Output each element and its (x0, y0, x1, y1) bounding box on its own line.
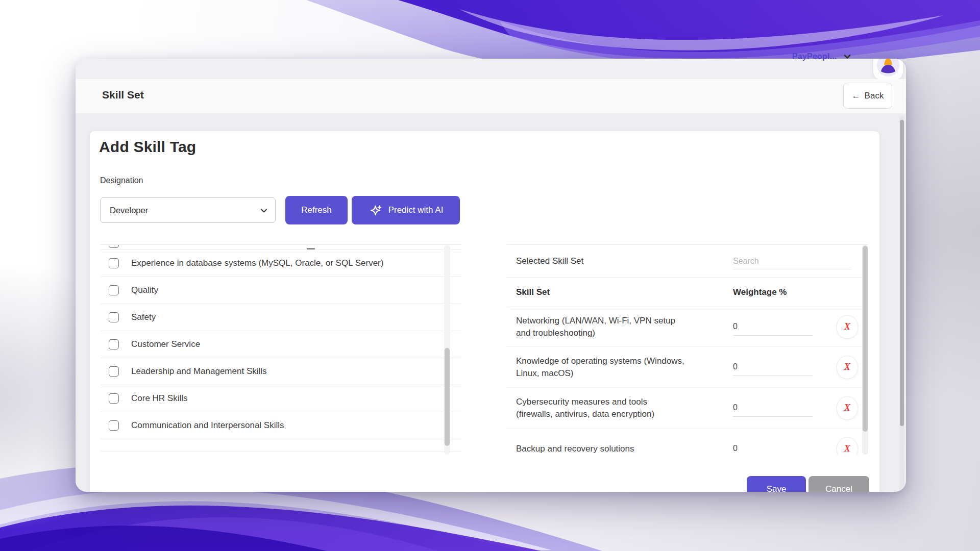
column-skill-set: Skill Set (516, 287, 550, 297)
back-label: Back (865, 91, 884, 101)
card-title: Add Skill Tag (99, 138, 196, 156)
skills-list: Experience in database systems (MySQL, O… (101, 244, 462, 455)
selected-skill-name: Networking (LAN/WAN, Wi-Fi, VPN setup an… (516, 315, 684, 339)
skill-list-item[interactable]: Quality (101, 277, 462, 304)
skill-checkbox-label: Experience in database systems (MySQL, O… (131, 258, 383, 268)
remove-skill-button[interactable]: X (837, 315, 858, 339)
skill-checkbox[interactable] (109, 312, 119, 322)
remove-x-label: X (844, 443, 850, 454)
skill-list-item-clipped (101, 245, 462, 250)
back-button[interactable]: ← Back (843, 83, 892, 109)
designation-select[interactable]: Developer (100, 197, 276, 223)
selected-skill-name: Backup and recovery solutions (516, 443, 684, 455)
skill-checkbox-label: Safety (131, 312, 156, 322)
remove-skill-button[interactable]: X (837, 396, 858, 420)
skill-checkbox-label: Communication and Interpersonal Skills (131, 420, 284, 431)
scrollbar-thumb[interactable] (445, 348, 450, 446)
skill-checkbox[interactable] (109, 285, 119, 295)
selected-skill-row: Knowledge of operating systems (Windows,… (507, 347, 868, 388)
remove-x-label: X (844, 362, 850, 372)
skill-checkbox-label: Core HR Skills (131, 393, 188, 404)
remove-x-label: X (844, 403, 850, 413)
skill-checkbox (109, 245, 119, 248)
save-button[interactable]: Save (747, 476, 806, 492)
skill-list-item[interactable]: Customer Service (101, 331, 462, 358)
skill-checkbox-label: Quality (131, 285, 158, 295)
save-label: Save (767, 484, 787, 492)
weightage-input[interactable] (733, 440, 813, 456)
column-weightage: Weightage % (733, 287, 787, 297)
skill-checkbox[interactable] (109, 258, 119, 268)
skill-list-item[interactable]: Core HR Skills (101, 385, 462, 412)
designation-value: Developer (110, 206, 148, 215)
page-title: Skill Set (102, 89, 144, 101)
window-scrollbar[interactable] (899, 116, 904, 492)
window-topbar (76, 59, 906, 79)
user-avatar[interactable] (877, 59, 899, 77)
selected-skill-row: Backup and recovery solutions X (507, 429, 868, 455)
skill-checkbox[interactable] (109, 366, 119, 377)
cancel-label: Cancel (825, 484, 852, 492)
selected-panel-title: Selected Skill Set (516, 256, 583, 266)
scrollbar-thumb[interactable] (900, 120, 904, 426)
refresh-button[interactable]: Refresh (285, 196, 348, 224)
remove-skill-button[interactable]: X (837, 356, 858, 379)
remove-skill-button[interactable]: X (837, 437, 858, 456)
selected-panel-header: Selected Skill Set (507, 245, 868, 278)
skills-list-scrollbar[interactable] (444, 245, 450, 455)
selected-skill-name: Cybersecurity measures and tools (firewa… (516, 396, 684, 420)
remove-x-label: X (844, 321, 850, 332)
predict-with-ai-button[interactable]: Predict with AI (352, 196, 460, 224)
add-skill-tag-card: Add Skill Tag Designation Developer Refr… (89, 131, 880, 492)
chevron-down-icon (260, 207, 268, 215)
cancel-button[interactable]: Cancel (808, 476, 869, 492)
skill-checkbox[interactable] (109, 393, 119, 404)
search-input[interactable] (733, 253, 851, 269)
skill-list-empty-row (101, 439, 462, 452)
app-window: Skill Set ← Back Add Skill Tag Designati… (76, 59, 906, 492)
skill-checkbox-label: Customer Service (131, 339, 200, 349)
selected-skill-panel: Selected Skill Set Skill Set Weightage %… (507, 244, 868, 455)
account-dropdown[interactable]: PayPeopl... (792, 52, 851, 61)
page-header-bar: Skill Set ← Back (76, 79, 906, 113)
person-icon (877, 59, 899, 77)
scrollbar-thumb[interactable] (863, 246, 868, 432)
refresh-label: Refresh (301, 205, 332, 215)
skill-list-item[interactable]: Communication and Interpersonal Skills (101, 412, 462, 439)
selected-skill-row: Cybersecurity measures and tools (firewa… (507, 388, 868, 429)
predict-label: Predict with AI (388, 205, 444, 215)
selected-rows: Networking (LAN/WAN, Wi-Fi, VPN setup an… (507, 307, 868, 455)
weightage-input[interactable] (733, 318, 813, 336)
skill-checkbox[interactable] (109, 339, 119, 349)
selected-skill-name: Knowledge of operating systems (Windows,… (516, 355, 684, 379)
weightage-input[interactable] (733, 359, 813, 376)
account-name: PayPeopl... (792, 52, 837, 61)
ai-sparkle-icon (369, 204, 382, 217)
designation-label: Designation (100, 176, 143, 185)
content-area: Add Skill Tag Designation Developer Refr… (76, 113, 906, 492)
selected-panel-scrollbar[interactable] (862, 245, 868, 455)
skill-list-item[interactable]: Safety (101, 304, 462, 331)
skill-checkbox-label: Leadership and Management Skills (131, 366, 267, 377)
clipped-text-sliver (307, 248, 315, 249)
skill-list-item[interactable]: Leadership and Management Skills (101, 358, 462, 385)
selected-skill-row: Networking (LAN/WAN, Wi-Fi, VPN setup an… (507, 307, 868, 347)
selected-columns-header: Skill Set Weightage % (507, 278, 868, 307)
weightage-input[interactable] (733, 399, 813, 417)
back-arrow-icon: ← (852, 91, 861, 101)
skill-list-item[interactable]: Experience in database systems (MySQL, O… (101, 250, 462, 277)
chevron-down-icon (843, 53, 851, 61)
skill-checkbox[interactable] (109, 420, 119, 431)
avatar-badge (873, 59, 903, 80)
